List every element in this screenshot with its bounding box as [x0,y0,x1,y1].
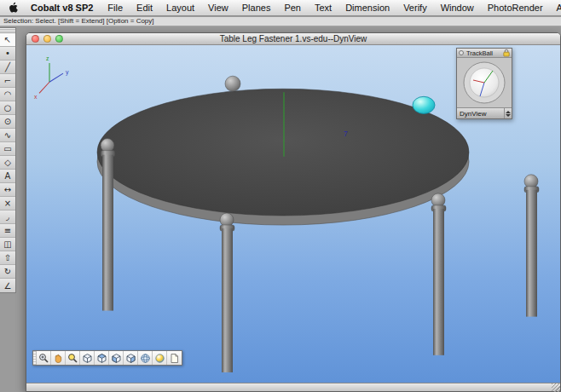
axis-z-label: z [46,55,49,61]
revolve-tool[interactable]: ↻ [0,265,15,279]
measure-tool[interactable]: ∠ [0,279,15,292]
fastener-ball[interactable] [225,76,240,91]
lock-icon[interactable] [503,49,510,57]
menu-animation[interactable]: Animation [550,3,561,13]
rectangle-tool[interactable]: ▭ [0,142,15,156]
menu-verify[interactable]: Verify [396,3,434,13]
sheet-icon [169,353,180,364]
center-circle-tool[interactable]: ⊙ [0,115,15,129]
menu-pen[interactable]: Pen [277,3,308,13]
document-window: Table Leg Fastener 1.vs-edu--DynView [26,32,561,392]
table-leg-far-right[interactable] [524,175,539,317]
menu-dimension[interactable]: Dimension [338,3,396,13]
apple-menu[interactable] [9,2,18,14]
table-leg-front[interactable] [220,213,234,372]
cube-top-face-icon [96,353,107,364]
sheet-tool[interactable] [167,351,182,365]
arc-tool[interactable]: ◠ [0,88,15,101]
menu-layout[interactable]: Layout [159,3,201,13]
status-text: Selection: Select. [Shift = Extend] [Opt… [3,17,154,25]
dropdown-arrows-icon[interactable] [504,108,512,118]
menu-photorender[interactable]: PhotoRender [481,3,550,13]
magnifier-plus-icon [38,353,49,364]
orientation-triad: z y x [34,55,69,100]
tool-palette: ↖ • ╱ ⌐ ◠ ○ ⊙ ∿ ▭ ◇ A ↔ × ◞ ≡ ◫ ⇧ ↻ ∠ [0,27,16,293]
menu-planes[interactable]: Planes [235,3,278,13]
shaded-render-tool[interactable] [153,351,167,365]
zoom-toolbar [32,350,182,366]
polyline-tool[interactable]: ⌐ [0,74,15,88]
menu-window[interactable]: Window [434,3,481,13]
cube-front-face-icon [111,353,122,364]
cube-right-face-icon [125,353,136,364]
trim-tool[interactable]: × [0,197,15,210]
window-title: Table Leg Fastener 1.vs-edu--DynView [26,34,560,43]
view-mode-value: DynView [460,110,486,118]
dimension-tool[interactable]: ↔ [0,183,15,197]
cube-wireframe-icon [82,353,93,364]
zoom-selection-tool[interactable] [66,351,80,365]
shaded-sphere-icon [154,353,165,364]
trackball-title-bar[interactable]: TrackBall [457,49,512,58]
wireframe-sphere-tool[interactable] [138,351,153,365]
selected-fastener[interactable] [413,96,435,113]
marker-7: 7 [344,130,348,138]
window-title-bar[interactable]: Table Leg Fastener 1.vs-edu--DynView [26,33,560,45]
spline-tool[interactable]: ∿ [0,129,15,142]
fillet-tool[interactable]: ◞ [0,210,15,224]
polygon-tool[interactable]: ◇ [0,156,15,170]
table-leg-right[interactable] [431,193,446,355]
offset-tool[interactable]: ≡ [0,224,15,238]
screen: Cobalt v8 SP2 File Edit Layout View Plan… [0,0,561,392]
trackball-title: TrackBall [466,49,501,57]
status-bar: Selection: Select. [Shift = Extend] [Opt… [0,17,561,26]
view-top-tool[interactable] [95,351,109,365]
axis-y-label: y [66,69,69,76]
window-bottom-bar [26,383,560,391]
select-tool[interactable]: ↖ [0,33,15,47]
apple-logo-icon [9,2,18,14]
extrude-tool[interactable]: ⇧ [0,251,15,265]
resize-grip[interactable] [552,383,560,392]
pan-tool[interactable] [51,351,66,365]
text-tool[interactable]: A [0,170,15,183]
app-menu[interactable]: Cobalt v8 SP2 [23,3,101,13]
zoom-in-tool[interactable] [37,351,51,365]
hand-icon [53,353,64,364]
view-trimetric-tool[interactable] [80,351,95,365]
view-front-tool[interactable] [109,351,124,365]
viewport-3d[interactable]: 7 z y x TrackBall [26,45,560,383]
circle-tool[interactable]: ○ [0,101,15,115]
menu-file[interactable]: File [101,3,130,13]
menu-edit[interactable]: Edit [130,3,159,13]
mirror-tool[interactable]: ◫ [0,238,15,251]
menu-text[interactable]: Text [308,3,338,13]
trackball-palette: TrackBall [456,48,512,119]
magnifier-selection-icon [67,353,78,364]
palette-close-icon[interactable] [459,50,464,55]
trackball-widget[interactable] [459,60,510,106]
view-mode-dropdown[interactable]: DynView [457,107,512,118]
table-leg-left[interactable] [101,139,115,311]
globe-icon [140,353,151,364]
axis-x-label: x [34,94,38,100]
view-right-tool[interactable] [124,351,138,365]
menu-bar: Cobalt v8 SP2 File Edit Layout View Plan… [0,0,561,16]
point-tool[interactable]: • [0,47,15,61]
line-tool[interactable]: ╱ [0,61,15,74]
menu-view[interactable]: View [201,3,235,13]
